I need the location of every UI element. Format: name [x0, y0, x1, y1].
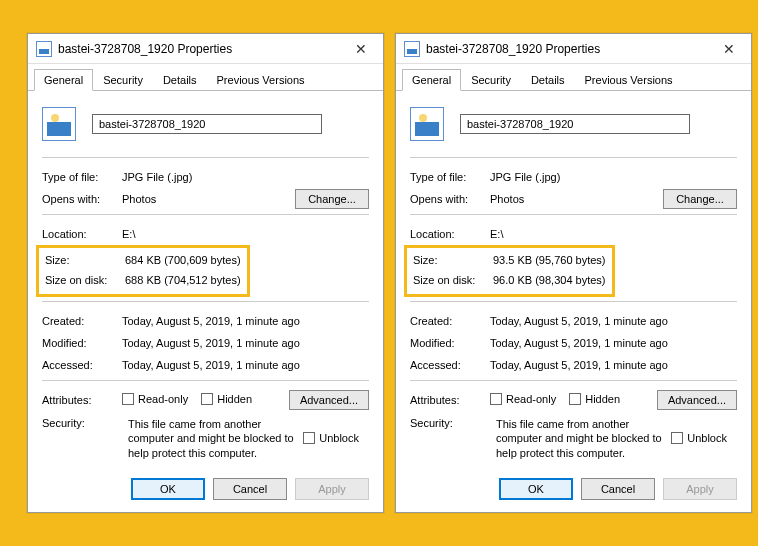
size-highlight: Size: 93.5 KB (95,760 bytes) Size on dis… — [404, 245, 615, 297]
separator — [410, 214, 737, 215]
checkbox-icon — [122, 393, 134, 405]
tab-details[interactable]: Details — [521, 69, 575, 91]
size-highlight: Size: 684 KB (700,609 bytes) Size on dis… — [36, 245, 250, 297]
modified-label: Modified: — [42, 337, 122, 349]
separator — [410, 380, 737, 381]
size-on-disk-label: Size on disk: — [45, 274, 125, 286]
cancel-button[interactable]: Cancel — [581, 478, 655, 500]
separator — [410, 301, 737, 302]
hidden-checkbox-wrap[interactable]: Hidden — [569, 393, 620, 405]
apply-button[interactable]: Apply — [663, 478, 737, 500]
close-icon[interactable]: ✕ — [715, 39, 743, 59]
readonly-label: Read-only — [506, 393, 556, 405]
separator — [42, 157, 369, 158]
tab-strip: General Security Details Previous Versio… — [396, 64, 751, 91]
unblock-label: Unblock — [687, 432, 727, 444]
window-title: bastei-3728708_1920 Properties — [426, 42, 715, 56]
titlebar: bastei-3728708_1920 Properties ✕ — [28, 34, 383, 64]
modified-value: Today, August 5, 2019, 1 minute ago — [490, 337, 737, 349]
attributes-label: Attributes: — [410, 394, 490, 406]
size-value: 684 KB (700,609 bytes) — [125, 254, 241, 266]
accessed-value: Today, August 5, 2019, 1 minute ago — [122, 359, 369, 371]
filename-input[interactable] — [92, 114, 322, 134]
created-label: Created: — [42, 315, 122, 327]
separator — [410, 157, 737, 158]
security-text: This file came from another computer and… — [128, 417, 297, 460]
size-on-disk-value: 688 KB (704,512 bytes) — [125, 274, 241, 286]
properties-dialog-left: bastei-3728708_1920 Properties ✕ General… — [27, 33, 384, 513]
image-file-icon — [404, 41, 420, 57]
readonly-checkbox-wrap[interactable]: Read-only — [122, 393, 188, 405]
ok-button[interactable]: OK — [131, 478, 205, 500]
accessed-label: Accessed: — [42, 359, 122, 371]
separator — [42, 214, 369, 215]
security-text: This file came from another computer and… — [496, 417, 665, 460]
accessed-value: Today, August 5, 2019, 1 minute ago — [490, 359, 737, 371]
created-label: Created: — [410, 315, 490, 327]
separator — [42, 301, 369, 302]
tab-general[interactable]: General — [34, 69, 93, 91]
dialog-body: Type of file: JPG File (.jpg) Opens with… — [28, 91, 383, 470]
attributes-value: Read-only Hidden — [490, 393, 657, 407]
dialog-footer: OK Cancel Apply — [499, 478, 737, 500]
properties-dialog-right: bastei-3728708_1920 Properties ✕ General… — [395, 33, 752, 513]
type-of-file-label: Type of file: — [410, 171, 490, 183]
created-value: Today, August 5, 2019, 1 minute ago — [122, 315, 369, 327]
separator — [42, 380, 369, 381]
location-value: E:\ — [122, 228, 369, 240]
location-label: Location: — [410, 228, 490, 240]
checkbox-icon — [569, 393, 581, 405]
change-button[interactable]: Change... — [295, 189, 369, 209]
image-file-icon — [410, 107, 444, 141]
tab-security[interactable]: Security — [93, 69, 153, 91]
tab-previous-versions[interactable]: Previous Versions — [207, 69, 315, 91]
type-of-file-value: JPG File (.jpg) — [490, 171, 737, 183]
cancel-button[interactable]: Cancel — [213, 478, 287, 500]
accessed-label: Accessed: — [410, 359, 490, 371]
size-value: 93.5 KB (95,760 bytes) — [493, 254, 606, 266]
hidden-label: Hidden — [585, 393, 620, 405]
opens-with-label: Opens with: — [42, 193, 122, 205]
checkbox-icon — [303, 432, 315, 444]
modified-value: Today, August 5, 2019, 1 minute ago — [122, 337, 369, 349]
tab-general[interactable]: General — [402, 69, 461, 91]
security-label: Security: — [410, 417, 490, 460]
size-on-disk-label: Size on disk: — [413, 274, 493, 286]
location-value: E:\ — [490, 228, 737, 240]
location-label: Location: — [42, 228, 122, 240]
dialog-footer: OK Cancel Apply — [131, 478, 369, 500]
image-file-icon — [42, 107, 76, 141]
created-value: Today, August 5, 2019, 1 minute ago — [490, 315, 737, 327]
filename-input[interactable] — [460, 114, 690, 134]
apply-button[interactable]: Apply — [295, 478, 369, 500]
image-file-icon — [36, 41, 52, 57]
advanced-button[interactable]: Advanced... — [289, 390, 369, 410]
attributes-label: Attributes: — [42, 394, 122, 406]
checkbox-icon — [490, 393, 502, 405]
tab-previous-versions[interactable]: Previous Versions — [575, 69, 683, 91]
size-label: Size: — [45, 254, 125, 266]
titlebar: bastei-3728708_1920 Properties ✕ — [396, 34, 751, 64]
tab-security[interactable]: Security — [461, 69, 521, 91]
unblock-checkbox-wrap[interactable]: Unblock — [303, 417, 359, 460]
checkbox-icon — [671, 432, 683, 444]
type-of-file-label: Type of file: — [42, 171, 122, 183]
attributes-value: Read-only Hidden — [122, 393, 289, 407]
advanced-button[interactable]: Advanced... — [657, 390, 737, 410]
ok-button[interactable]: OK — [499, 478, 573, 500]
hidden-label: Hidden — [217, 393, 252, 405]
modified-label: Modified: — [410, 337, 490, 349]
unblock-checkbox-wrap[interactable]: Unblock — [671, 417, 727, 460]
change-button[interactable]: Change... — [663, 189, 737, 209]
hidden-checkbox-wrap[interactable]: Hidden — [201, 393, 252, 405]
readonly-label: Read-only — [138, 393, 188, 405]
type-of-file-value: JPG File (.jpg) — [122, 171, 369, 183]
opens-with-value: Photos — [122, 193, 295, 205]
readonly-checkbox-wrap[interactable]: Read-only — [490, 393, 556, 405]
window-title: bastei-3728708_1920 Properties — [58, 42, 347, 56]
size-on-disk-value: 96.0 KB (98,304 bytes) — [493, 274, 606, 286]
close-icon[interactable]: ✕ — [347, 39, 375, 59]
security-label: Security: — [42, 417, 122, 460]
tab-strip: General Security Details Previous Versio… — [28, 64, 383, 91]
tab-details[interactable]: Details — [153, 69, 207, 91]
